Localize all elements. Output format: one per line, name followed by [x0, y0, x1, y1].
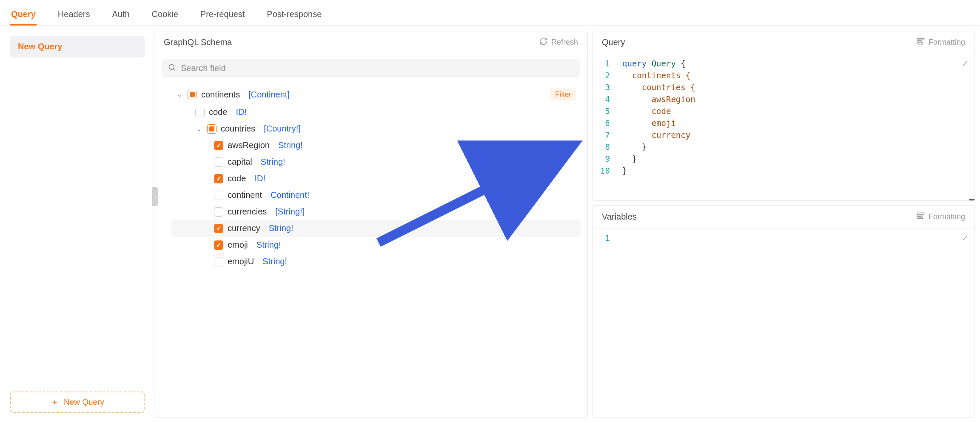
svg-rect-2 [917, 38, 924, 40]
checkbox[interactable] [188, 90, 197, 99]
field-name: code [209, 107, 227, 117]
checkbox[interactable]: ✓ [214, 141, 223, 150]
checkbox[interactable]: ✓ [214, 174, 223, 183]
field-row-emoji[interactable]: ✓emojiString! [171, 237, 581, 253]
field-name: capital [228, 157, 252, 167]
field-type: [String!] [275, 207, 305, 217]
chevron-down-icon[interactable]: ⌄ [176, 91, 183, 98]
request-tabs: QueryHeadersAuthCookiePre-requestPost-re… [0, 0, 980, 26]
schema-panel: GraphQL Schema Refresh ⌄continents[Conti… [154, 31, 588, 418]
field-row-emojiu[interactable]: emojiUString! [171, 253, 581, 270]
plus-icon: ＋ [51, 397, 59, 408]
field-type: Continent! [271, 190, 309, 200]
search-icon [168, 63, 177, 73]
filter-badge[interactable]: Filter [550, 89, 576, 100]
refresh-icon [539, 37, 548, 48]
checkbox[interactable]: ✓ [214, 224, 223, 233]
expand-icon[interactable]: ⤢ [962, 233, 969, 242]
checkbox[interactable] [214, 157, 223, 167]
field-type: String! [261, 157, 285, 167]
field-row-code[interactable]: ✓codeID! [171, 170, 581, 187]
refresh-button[interactable]: Refresh [539, 37, 578, 48]
field-name: countries [221, 124, 255, 134]
svg-line-1 [174, 69, 175, 71]
svg-rect-6 [917, 215, 921, 216]
field-name: emoji [228, 240, 248, 250]
field-type: ID! [236, 107, 247, 117]
sidebar-collapse-handle[interactable]: ‹ [152, 187, 158, 206]
new-query-label: New Query [64, 397, 104, 407]
checkbox[interactable] [214, 207, 223, 217]
field-type: String! [256, 240, 281, 250]
field-type: [Country!] [264, 124, 301, 134]
checkbox[interactable]: ✓ [214, 240, 223, 250]
tab-auth[interactable]: Auth [111, 5, 130, 25]
query-line-gutter: 12345678910 [593, 54, 616, 200]
field-row-capital[interactable]: capitalString! [171, 154, 581, 170]
sidebar-item-current-query[interactable]: New Query [10, 36, 145, 57]
svg-point-0 [169, 65, 174, 70]
schema-search[interactable] [162, 59, 580, 77]
field-type: [Continent] [248, 90, 290, 100]
checkbox[interactable] [214, 191, 223, 200]
expand-icon[interactable]: ⤢ [962, 58, 969, 68]
field-name: currencies [228, 207, 267, 217]
variables-formatting-label: Formatting [929, 212, 965, 221]
format-icon [917, 37, 925, 48]
new-query-button[interactable]: ＋ New Query [10, 392, 145, 413]
format-icon [917, 212, 925, 222]
variables-panel: Variables Formatting 1 ⤢ [592, 205, 975, 418]
field-type: ID! [254, 174, 265, 183]
field-row-continents[interactable]: ⌄continents[Continent]Filter [171, 85, 581, 104]
variables-formatting-button[interactable]: Formatting [917, 212, 965, 222]
chevron-left-icon: ‹ [154, 193, 157, 200]
query-editor[interactable]: 12345678910 query Query { continents { c… [593, 54, 974, 200]
field-row-countries[interactable]: ⌄countries[Country!] [171, 120, 581, 137]
refresh-label: Refresh [551, 38, 578, 47]
field-row-continent[interactable]: continentContinent! [171, 187, 581, 203]
variables-title: Variables [602, 212, 637, 222]
checkbox[interactable] [195, 108, 205, 117]
svg-rect-4 [917, 43, 923, 44]
schema-search-input[interactable] [181, 63, 574, 73]
query-formatting-label: Formatting [929, 38, 965, 47]
variables-line-gutter: 1 [593, 229, 616, 417]
tab-post-response[interactable]: Post-response [266, 5, 322, 25]
tab-headers[interactable]: Headers [57, 5, 91, 25]
checkbox[interactable] [207, 124, 217, 134]
field-name: code [228, 174, 246, 183]
query-editor-title: Query [602, 37, 625, 47]
field-name: emojiU [228, 257, 254, 266]
field-row-currency[interactable]: ✓currencyString! [171, 220, 581, 237]
query-sidebar: New Query ＋ New Query [5, 31, 150, 418]
svg-rect-7 [917, 217, 923, 218]
field-name: continent [228, 190, 262, 200]
field-name: currency [228, 223, 260, 233]
tab-cookie[interactable]: Cookie [151, 5, 179, 25]
editor-column: Query Formatting 12345678910 query Query… [592, 31, 975, 418]
tab-pre-request[interactable]: Pre-request [199, 5, 246, 25]
field-row-code[interactable]: codeID! [171, 104, 581, 120]
field-type: String! [262, 257, 287, 266]
resize-handle[interactable] [969, 199, 974, 200]
svg-rect-3 [917, 40, 921, 42]
svg-rect-5 [917, 213, 924, 214]
field-type: String! [278, 140, 303, 150]
schema-tree: ⌄continents[Continent]FiltercodeID!⌄coun… [154, 83, 587, 417]
variables-editor[interactable]: 1 ⤢ [593, 229, 974, 417]
chevron-down-icon[interactable]: ⌄ [195, 126, 203, 132]
field-row-awsregion[interactable]: ✓awsRegionString! [171, 137, 581, 154]
query-editor-panel: Query Formatting 12345678910 query Query… [592, 31, 975, 201]
field-name: continents [201, 90, 240, 100]
field-type: String! [269, 223, 293, 233]
field-name: awsRegion [228, 140, 270, 150]
main: New Query ＋ New Query ‹ GraphQL Schema R… [0, 26, 980, 423]
schema-header: GraphQL Schema Refresh [154, 31, 587, 54]
field-row-currencies[interactable]: currencies[String!] [171, 203, 581, 220]
tab-query[interactable]: Query [10, 5, 37, 25]
query-formatting-button[interactable]: Formatting [917, 37, 965, 48]
checkbox[interactable] [214, 257, 223, 266]
schema-title: GraphQL Schema [164, 37, 232, 47]
